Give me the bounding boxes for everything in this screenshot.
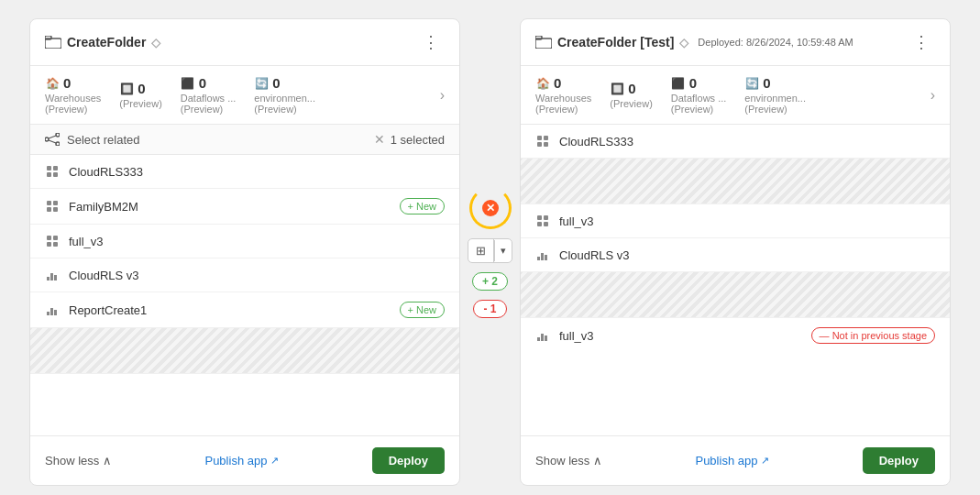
left-stat-dataflows: ⬛ 0 Dataflows ...(Preview) bbox=[181, 75, 237, 115]
list-item[interactable]: full_v3 bbox=[30, 225, 459, 258]
grid-icon bbox=[535, 134, 550, 148]
new-badge: + New bbox=[400, 198, 446, 214]
right-more-button[interactable]: ⋮ bbox=[908, 30, 935, 54]
grid-icon bbox=[45, 164, 60, 179]
svg-point-4 bbox=[56, 142, 60, 146]
not-in-prev-badge: — Not in previous stage bbox=[811, 327, 935, 344]
clear-selected-button[interactable]: ✕ bbox=[374, 132, 385, 147]
select-related-bar: Select related ✕ 1 selected bbox=[30, 125, 459, 155]
right-items-list: CloudRLS333 full_v3 CloudRLS v3 f bbox=[521, 125, 950, 435]
env-icon: 🔄 bbox=[744, 76, 759, 91]
svg-point-2 bbox=[45, 138, 49, 141]
folder-icon bbox=[535, 36, 552, 49]
right-publish-app-button[interactable]: Publish app ↗ bbox=[695, 454, 769, 468]
list-item[interactable]: CloudRLS333 bbox=[521, 125, 950, 159]
item-name: CloudRLS333 bbox=[69, 165, 445, 179]
hatched-area bbox=[30, 328, 459, 374]
right-stat-preview: 🔲 0 (Preview) bbox=[610, 81, 652, 109]
chevron-up-icon: ∧ bbox=[593, 454, 602, 468]
right-diamond-icon: ◇ bbox=[679, 36, 688, 50]
left-panel-footer: Show less ∧ Publish app ↗ Deploy bbox=[30, 435, 459, 485]
right-deploy-button[interactable]: Deploy bbox=[863, 447, 935, 474]
left-stats-row: 🏠 0 Warehouses (Preview) 🔲 0 (Preview) ⬛… bbox=[30, 66, 459, 125]
item-name: full_v3 bbox=[559, 329, 802, 343]
bar-chart-icon bbox=[535, 248, 550, 262]
right-show-less-button[interactable]: Show less ∧ bbox=[535, 454, 602, 468]
toggle-grid-button[interactable]: ⊞ bbox=[468, 239, 494, 262]
toggle-dropdown-button[interactable]: ▾ bbox=[494, 240, 512, 261]
hatched-area bbox=[521, 272, 950, 318]
item-name: ReportCreate1 bbox=[69, 303, 391, 317]
select-related-right: ✕ 1 selected bbox=[374, 132, 445, 147]
right-stats-chevron[interactable]: › bbox=[930, 87, 935, 104]
svg-rect-1 bbox=[45, 36, 51, 39]
dataflow-icon: ⬛ bbox=[181, 76, 195, 91]
show-less-button[interactable]: Show less ∧ bbox=[45, 454, 112, 468]
right-panel-footer: Show less ∧ Publish app ↗ Deploy bbox=[521, 435, 950, 485]
right-stats-row: 🏠 0 Warehouses(Preview) 🔲 0 (Preview) ⬛ … bbox=[521, 66, 950, 125]
list-item[interactable]: CloudRLS v3 bbox=[30, 258, 459, 292]
right-stat-warehouses: 🏠 0 Warehouses(Preview) bbox=[535, 75, 591, 115]
publish-app-button[interactable]: Publish app ↗ bbox=[204, 454, 279, 468]
middle-controls: ✕ ⊞ ▾ + 2 - 1 bbox=[468, 187, 512, 318]
list-item[interactable]: CloudRLS v3 bbox=[521, 238, 950, 272]
select-related-label: Select related bbox=[67, 133, 140, 147]
right-stat-dataflows: ⬛ 0 Dataflows ...(Preview) bbox=[671, 75, 727, 115]
deployed-info: Deployed: 8/26/2024, 10:59:48 AM bbox=[698, 37, 853, 48]
item-name: CloudRLS333 bbox=[559, 135, 935, 148]
left-more-button[interactable]: ⋮ bbox=[417, 30, 445, 54]
hatched-area bbox=[521, 159, 950, 204]
bar-chart-icon bbox=[45, 268, 60, 282]
external-link-icon: ↗ bbox=[761, 455, 769, 467]
sync-spinner: ✕ bbox=[469, 187, 512, 229]
preview-icon: 🔲 bbox=[610, 82, 624, 96]
bar-chart-icon bbox=[535, 328, 550, 343]
item-name: full_v3 bbox=[559, 214, 935, 228]
list-item[interactable]: FamilyBM2M + New bbox=[30, 189, 459, 225]
list-item[interactable]: full_v3 — Not in previous stage bbox=[521, 318, 950, 353]
right-stat-env: 🔄 0 environmen...(Preview) bbox=[744, 75, 806, 115]
warehouse-icon: 🏠 bbox=[535, 76, 550, 91]
new-badge: + New bbox=[400, 302, 446, 318]
left-panel-title-group: CreateFolder ◇ bbox=[45, 35, 160, 50]
left-stats-chevron[interactable]: › bbox=[440, 87, 445, 104]
deploy-button[interactable]: Deploy bbox=[372, 447, 445, 474]
right-panel-header: CreateFolder [Test] ◇ Deployed: 8/26/202… bbox=[521, 19, 950, 66]
env-icon: 🔄 bbox=[254, 76, 269, 91]
right-panel: CreateFolder [Test] ◇ Deployed: 8/26/202… bbox=[520, 18, 951, 486]
item-name: FamilyBM2M bbox=[69, 200, 391, 214]
bar-chart-icon bbox=[45, 302, 60, 317]
svg-rect-8 bbox=[535, 36, 542, 39]
left-diamond-icon: ◇ bbox=[151, 36, 160, 50]
left-panel: CreateFolder ◇ ⋮ 🏠 0 Warehouses (Preview… bbox=[29, 18, 460, 486]
list-item[interactable]: CloudRLS333 bbox=[30, 155, 459, 189]
folder-icon bbox=[45, 36, 61, 49]
item-name: CloudRLS v3 bbox=[559, 248, 935, 262]
selected-count: 1 selected bbox=[391, 133, 445, 147]
chevron-up-icon: ∧ bbox=[103, 454, 112, 468]
grid-icon bbox=[535, 214, 550, 228]
external-link-icon: ↗ bbox=[270, 455, 279, 467]
item-name: CloudRLS v3 bbox=[69, 269, 445, 282]
left-panel-title: CreateFolder bbox=[67, 35, 146, 50]
left-stat-warehouses: 🏠 0 Warehouses (Preview) bbox=[45, 75, 101, 115]
svg-line-6 bbox=[49, 140, 56, 143]
left-items-list: CloudRLS333 FamilyBM2M + New full_v3 Cl bbox=[30, 155, 459, 435]
view-toggle-bar: ⊞ ▾ bbox=[468, 238, 512, 263]
warehouse-icon: 🏠 bbox=[45, 76, 60, 91]
svg-point-3 bbox=[56, 133, 60, 137]
share-nodes-icon bbox=[45, 133, 60, 146]
cancel-icon[interactable]: ✕ bbox=[482, 200, 499, 216]
additions-badge: + 2 bbox=[472, 272, 508, 291]
right-panel-title: CreateFolder [Test] bbox=[557, 35, 674, 50]
list-item[interactable]: ReportCreate1 + New bbox=[30, 292, 459, 328]
left-stat-preview: 🔲 0 (Preview) bbox=[119, 81, 161, 109]
grid-icon bbox=[45, 234, 60, 248]
select-related-left: Select related bbox=[45, 133, 140, 147]
list-item[interactable]: full_v3 bbox=[521, 204, 950, 238]
right-panel-title-group: CreateFolder [Test] ◇ Deployed: 8/26/202… bbox=[535, 35, 853, 50]
dataflow-icon: ⬛ bbox=[671, 76, 686, 91]
preview-icon: 🔲 bbox=[119, 82, 134, 96]
left-stat-env: 🔄 0 environmen...(Preview) bbox=[254, 75, 315, 115]
svg-line-5 bbox=[49, 136, 56, 138]
